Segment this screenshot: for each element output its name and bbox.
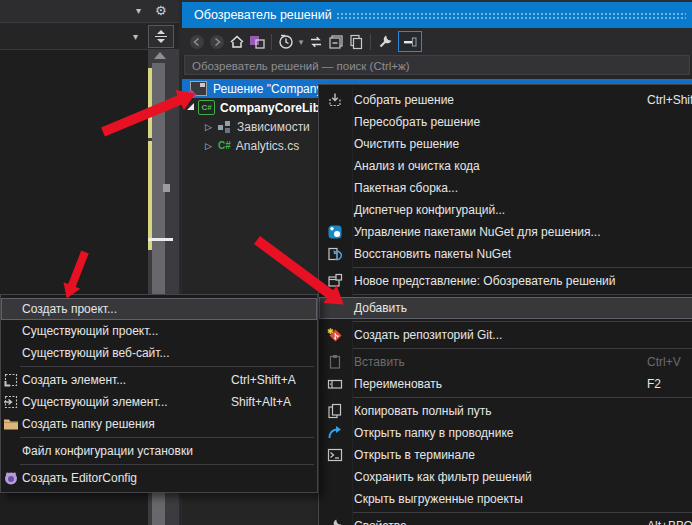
forward-button[interactable] xyxy=(207,32,227,52)
add-submenu: Создать проект... Существующий проект...… xyxy=(0,294,318,493)
show-all-files-button[interactable] xyxy=(346,32,366,52)
submenu-item-create-editorconfig[interactable]: Создать EditorConfig xyxy=(1,467,317,489)
refresh-button[interactable] xyxy=(306,32,326,52)
csharp-file-icon: C# xyxy=(218,140,231,151)
toolbar-separator xyxy=(271,34,272,50)
menu-item-build-solution[interactable]: Собрать решение Ctrl+Shift+B xyxy=(319,89,692,111)
menu-item-new-solution-explorer-view[interactable]: Новое представление: Обозреватель решени… xyxy=(319,270,692,292)
collapse-all-button[interactable] xyxy=(326,32,346,52)
submenu-item-existing-project[interactable]: Существующий проект... xyxy=(1,320,317,342)
refresh-icon xyxy=(308,34,324,50)
preview-selected-icon xyxy=(403,35,417,49)
back-icon xyxy=(189,34,205,50)
menu-item-open-folder-in-explorer[interactable]: Открыть папку в проводнике xyxy=(319,422,692,444)
menu-item-save-as-solution-filter[interactable]: Сохранить как фильтр решений xyxy=(319,466,692,488)
split-editor-button[interactable] xyxy=(148,25,174,48)
filter-dropdown-chevron-icon[interactable]: ▾ xyxy=(296,37,306,47)
show-all-files-icon xyxy=(348,34,364,50)
split-up-icon xyxy=(157,30,165,34)
nav-dropdown-chevron-icon[interactable]: ▾ xyxy=(133,31,138,42)
copy-path-icon xyxy=(319,403,350,419)
submenu-item-existing-item[interactable]: Существующий элемент... Shift+Alt+A xyxy=(1,391,317,413)
nuget-icon xyxy=(319,224,350,240)
back-button[interactable] xyxy=(187,32,207,52)
menu-item-create-git-repository[interactable]: ✱ Создать репозиторий Git... xyxy=(319,324,692,346)
submenu-item-installation-configuration-file[interactable]: Файл конфигурации установки xyxy=(1,440,317,462)
split-down-icon xyxy=(157,39,165,43)
scrollbar-marker xyxy=(163,184,170,192)
editor-chrome-bar: ▾ ⚙ xyxy=(0,0,179,23)
rename-icon xyxy=(319,376,350,392)
menu-item-rebuild-solution[interactable]: Пересобрать решение xyxy=(319,111,692,133)
menu-item-open-in-terminal[interactable]: Открыть в терминале xyxy=(319,444,692,466)
menu-item-restore-nuget[interactable]: Восстановить пакеты NuGet xyxy=(319,243,692,265)
file-label: Analytics.cs xyxy=(236,139,299,153)
solution-explorer-toolbar: ▾ xyxy=(182,28,692,55)
solution-explorer-title-bar[interactable]: Обозреватель решений xyxy=(182,2,692,28)
existing-item-icon xyxy=(1,394,20,410)
home-button[interactable] xyxy=(227,32,247,52)
menu-item-hide-unloaded-projects[interactable]: Скрыть выгруженные проекты xyxy=(319,488,692,510)
menu-item-clean-solution[interactable]: Очистить решение xyxy=(319,133,692,155)
switch-views-icon xyxy=(249,34,265,50)
modified-lines-marker xyxy=(148,68,152,138)
modified-lines-marker xyxy=(148,141,152,250)
paste-icon xyxy=(319,354,350,370)
forward-icon xyxy=(209,34,225,50)
menu-item-add[interactable]: Добавить xyxy=(319,297,692,319)
nuget-restore-icon xyxy=(319,246,350,262)
gear-icon[interactable]: ⚙ xyxy=(155,3,167,18)
menu-item-batch-build[interactable]: Пакетная сборка... xyxy=(319,177,692,199)
menu-item-analyze-cleanup[interactable]: Анализ и очистка кода xyxy=(319,155,692,177)
menu-item-manage-nuget[interactable]: Управление пакетами NuGet для решения... xyxy=(319,221,692,243)
search-input[interactable]: Обозреватель решений — поиск (Ctrl+ж) xyxy=(184,55,690,75)
editor-navigation-bar: ▾ xyxy=(0,23,179,50)
history-filter-icon xyxy=(278,34,294,50)
svg-text:✱: ✱ xyxy=(327,327,334,336)
editorconfig-icon xyxy=(1,470,20,486)
submenu-item-new-item[interactable]: Создать элемент... Ctrl+Shift+A xyxy=(1,369,317,391)
properties-button[interactable] xyxy=(375,32,395,52)
caret-position-marker xyxy=(148,238,173,241)
submenu-item-new-solution-folder[interactable]: Создать папку решения xyxy=(1,413,317,435)
git-icon: ✱ xyxy=(319,327,350,343)
new-item-icon xyxy=(1,372,20,388)
chevron-down-icon[interactable]: ▾ xyxy=(136,5,141,16)
dependencies-label: Зависимости xyxy=(237,120,310,134)
menu-item-properties[interactable]: Свойства Alt+ВВОД xyxy=(319,515,692,525)
wrench-icon xyxy=(319,518,350,525)
pending-changes-filter-button[interactable] xyxy=(276,32,296,52)
menu-item-rename[interactable]: Переименовать F2 xyxy=(319,373,692,395)
menu-item-copy-full-path[interactable]: Копировать полный путь xyxy=(319,400,692,422)
open-folder-arrow-icon xyxy=(319,425,350,441)
wrench-icon xyxy=(377,34,393,50)
project-label: CompanyCoreLib xyxy=(220,101,320,115)
visual-studio-window: ▾ ⚙ ▾ Обозреватель решений xyxy=(0,0,692,525)
switch-views-button[interactable] xyxy=(247,32,267,52)
split-line-icon xyxy=(155,36,167,37)
home-icon xyxy=(229,34,245,50)
dependencies-icon xyxy=(218,120,232,133)
csharp-project-icon: C# xyxy=(198,100,215,115)
preview-selected-items-toggle[interactable] xyxy=(398,31,422,52)
panel-title: Обозреватель решений xyxy=(194,2,332,28)
submenu-item-new-project[interactable]: Создать проект... xyxy=(1,298,317,320)
toolbar-separator xyxy=(370,34,371,50)
scrollbar-up-arrow-icon[interactable] xyxy=(154,52,166,59)
submenu-item-existing-website[interactable]: Существующий веб-сайт... xyxy=(1,342,317,364)
solution-folder-icon xyxy=(1,416,20,432)
menu-item-paste[interactable]: Вставить Ctrl+V xyxy=(319,351,692,373)
expander-collapsed-icon[interactable]: ▷ xyxy=(205,141,214,151)
collapse-all-icon xyxy=(328,34,344,50)
expander-collapsed-icon[interactable]: ▷ xyxy=(205,122,214,132)
menu-item-configuration-manager[interactable]: Диспетчер конфигураций... xyxy=(319,199,692,221)
terminal-icon xyxy=(319,447,350,463)
build-icon xyxy=(319,92,350,108)
solution-context-menu: Собрать решение Ctrl+Shift+B Пересобрать… xyxy=(318,84,692,525)
drag-grip-dots xyxy=(336,12,686,20)
